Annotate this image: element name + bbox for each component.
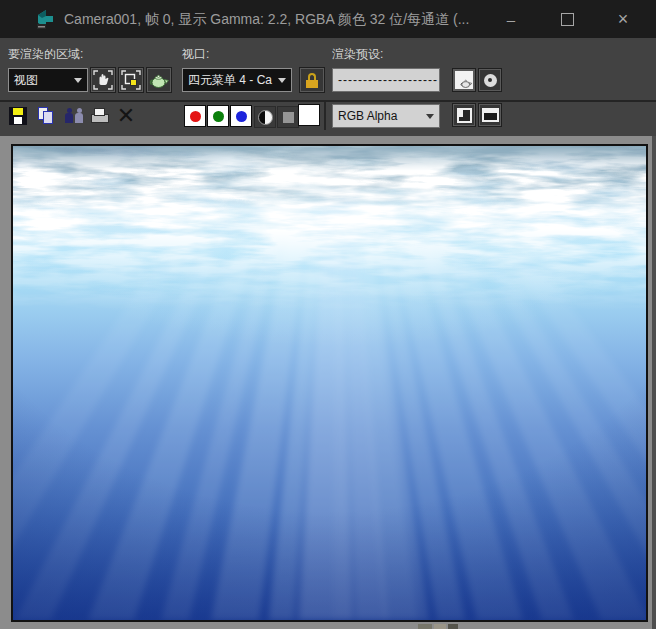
toolbar: 要渲染的区域: 视图 视口: 四元菜单 4 - Ca 渲染预设:	[0, 38, 656, 136]
copy-image-button[interactable]	[34, 104, 58, 128]
viewport-lock-button[interactable]	[300, 68, 324, 92]
print-image-button[interactable]	[88, 104, 112, 128]
area-to-render-value: 视图	[14, 72, 38, 89]
save-image-button[interactable]	[6, 104, 30, 128]
area-to-render-select[interactable]: 视图	[8, 68, 88, 92]
monochrome-button[interactable]	[254, 106, 276, 128]
teapot-card-icon	[454, 70, 474, 90]
viewport-value: 四元菜单 4 - Ca	[188, 72, 272, 89]
chevron-down-icon	[74, 78, 82, 83]
x-mark-icon: ✕	[117, 105, 135, 127]
floppy-disk-icon	[9, 107, 27, 125]
render-preset-select[interactable]: --------------------	[332, 68, 440, 92]
auto-region-button[interactable]	[119, 68, 143, 92]
clone-window-button[interactable]	[62, 104, 86, 128]
underwater-render-image	[13, 146, 646, 620]
color-swatch[interactable]	[298, 104, 320, 126]
render-setup-dialog-button[interactable]	[453, 69, 475, 91]
blue-channel-button[interactable]	[230, 105, 252, 127]
teapot-icon	[148, 70, 170, 90]
channel-display-value: RGB Alpha	[338, 109, 397, 123]
auto-region-icon	[121, 70, 141, 90]
lock-icon	[306, 73, 318, 88]
green-channel-button[interactable]	[207, 105, 229, 127]
maximize-icon	[561, 13, 574, 26]
copy-icon	[37, 107, 55, 125]
alpha-channel-button[interactable]	[277, 106, 299, 128]
alpha-square-icon	[283, 112, 294, 123]
window-title: Camera001, 帧 0, 显示 Gamma: 2.2, RGBA 颜色 3…	[64, 0, 469, 38]
render-setup-button[interactable]	[147, 68, 171, 92]
window-overlay-icon	[457, 108, 472, 123]
red-channel-button[interactable]	[184, 105, 206, 127]
render-preset-value: --------------------	[338, 73, 438, 87]
toggle-ui-button[interactable]	[479, 104, 501, 126]
viewport-label: 视口:	[182, 46, 209, 63]
render-button[interactable]	[479, 69, 501, 91]
window-right-edge	[652, 136, 656, 629]
channel-display-select[interactable]: RGB Alpha	[332, 104, 440, 128]
titlebar: Camera001, 帧 0, 显示 Gamma: 2.2, RGBA 颜色 3…	[0, 0, 656, 38]
chevron-down-icon	[426, 114, 434, 119]
minimize-button[interactable]: –	[493, 0, 529, 38]
close-button[interactable]: ×	[605, 0, 641, 38]
maximize-button[interactable]	[549, 0, 585, 38]
printer-icon	[91, 108, 109, 125]
render-preset-label: 渲染预设:	[332, 46, 383, 63]
edit-region-button[interactable]	[91, 68, 115, 92]
green-dot-icon	[213, 111, 224, 122]
background-fragment	[418, 624, 432, 629]
hand-marquee-icon	[93, 70, 113, 90]
render-canvas[interactable]	[11, 144, 648, 622]
toolbar-divider	[0, 100, 656, 102]
background-fragment	[448, 624, 458, 629]
two-figures-icon	[64, 107, 84, 125]
clear-image-button[interactable]: ✕	[114, 104, 138, 128]
viewport-select[interactable]: 四元菜单 4 - Ca	[182, 68, 292, 92]
blue-dot-icon	[236, 111, 247, 122]
window-titlebar-icon	[482, 108, 499, 122]
background-fragment	[434, 624, 446, 629]
area-to-render-label: 要渲染的区域:	[8, 46, 83, 63]
3dsmax-logo-icon	[33, 7, 57, 31]
toolbar-separator	[324, 102, 326, 130]
half-circle-icon	[258, 110, 273, 125]
toggle-overlay-button[interactable]	[453, 104, 475, 126]
red-dot-icon	[190, 111, 201, 122]
circle-dot-icon	[484, 74, 497, 87]
chevron-down-icon	[278, 78, 286, 83]
